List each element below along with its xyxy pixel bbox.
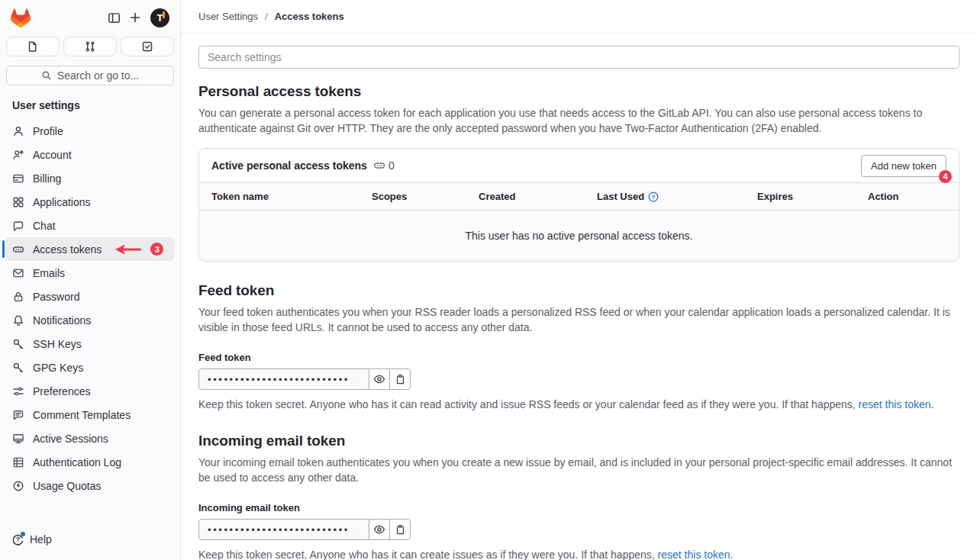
eye-icon bbox=[373, 523, 385, 536]
sidebar: T bbox=[0, 0, 181, 560]
breadcrumb: User Settings / Access tokens bbox=[181, 0, 977, 34]
merge-requests-shortcut-button[interactable] bbox=[63, 37, 117, 56]
reset-feed-token-link[interactable]: reset this token bbox=[859, 398, 931, 410]
sidebar-item-comment-templates[interactable]: Comment Templates bbox=[5, 403, 175, 426]
settings-search-input[interactable] bbox=[198, 46, 959, 69]
annotation-badge-3: 3 bbox=[150, 243, 163, 256]
gitlab-logo[interactable] bbox=[11, 8, 31, 27]
incoming-email-token-description: Your incoming email token authenticates … bbox=[198, 455, 959, 485]
column-token-name: Token name bbox=[211, 191, 372, 202]
incoming-email-token-label: Incoming email token bbox=[198, 502, 959, 513]
avatar-accent bbox=[163, 11, 165, 18]
sidebar-toggle-icon[interactable] bbox=[103, 7, 124, 28]
pat-count: 0 bbox=[373, 159, 395, 172]
chat-bubble-icon bbox=[12, 220, 24, 232]
column-last-used: Last Used ? bbox=[597, 191, 757, 202]
key-icon bbox=[12, 338, 24, 350]
sidebar-item-preferences[interactable]: Preferences bbox=[5, 379, 175, 403]
pat-card: Active personal access tokens 0 Add new … bbox=[198, 148, 959, 262]
copy-feed-token-button[interactable] bbox=[389, 369, 411, 390]
issues-shortcut-button[interactable] bbox=[6, 37, 60, 56]
sidebar-item-applications[interactable]: Applications bbox=[5, 190, 175, 214]
sidebar-item-label: Authentication Log bbox=[33, 456, 121, 468]
pat-description: You can generate a personal access token… bbox=[198, 105, 959, 136]
sidebar-item-label: SSH Keys bbox=[33, 338, 82, 350]
log-icon bbox=[12, 456, 24, 468]
sidebar-item-notifications[interactable]: Notifications bbox=[5, 308, 175, 332]
search-placeholder-text: Search or go to... bbox=[57, 69, 139, 82]
plus-icon[interactable] bbox=[124, 7, 146, 28]
pat-count-value: 0 bbox=[389, 159, 395, 172]
sidebar-item-authentication-log[interactable]: Authentication Log bbox=[5, 450, 175, 474]
breadcrumb-separator: / bbox=[258, 11, 275, 22]
content: Personal access tokens You can generate … bbox=[181, 34, 977, 560]
pat-table-header: Token name Scopes Created Last Used ? Ex… bbox=[199, 182, 959, 211]
column-scopes: Scopes bbox=[372, 191, 479, 202]
svg-text:?: ? bbox=[652, 193, 656, 200]
sidebar-section-title: User settings bbox=[0, 85, 180, 119]
avatar[interactable]: T bbox=[150, 8, 169, 27]
mail-icon bbox=[12, 267, 24, 279]
add-new-token-button[interactable]: Add new token bbox=[861, 155, 946, 177]
breadcrumb-access-tokens: Access tokens bbox=[275, 11, 344, 22]
sidebar-item-billing[interactable]: Billing bbox=[5, 166, 175, 190]
help-notification-dot bbox=[21, 532, 25, 536]
lock-icon bbox=[12, 291, 24, 303]
sidebar-item-label: Applications bbox=[33, 196, 91, 208]
reset-incoming-email-token-link[interactable]: reset this token bbox=[658, 549, 730, 560]
sidebar-item-access-tokens[interactable]: Access tokens 3 bbox=[5, 237, 175, 261]
feed-token-label: Feed token bbox=[198, 352, 959, 363]
incoming-email-token-heading: Incoming email token bbox=[198, 433, 959, 449]
sidebar-item-label: Password bbox=[33, 291, 79, 303]
sidebar-item-label: Usage Quotas bbox=[33, 480, 102, 492]
pat-card-header: Active personal access tokens 0 Add new … bbox=[199, 149, 959, 182]
sidebar-item-account[interactable]: Account bbox=[5, 143, 175, 166]
pat-empty-state: This user has no active personal access … bbox=[199, 211, 959, 261]
credit-card-icon bbox=[12, 172, 24, 185]
sidebar-nav: Profile Account Billing Applications Cha… bbox=[0, 119, 180, 523]
user-gear-icon bbox=[12, 149, 24, 161]
sidebar-item-ssh-keys[interactable]: SSH Keys bbox=[5, 332, 175, 356]
search-icon bbox=[41, 70, 52, 81]
annotation-arrow bbox=[114, 243, 142, 256]
incoming-email-token-masked-input[interactable]: •••••••••••••••••••••••••• bbox=[198, 519, 369, 540]
column-action: Action bbox=[868, 191, 946, 202]
sidebar-item-gpg-keys[interactable]: GPG Keys bbox=[5, 356, 175, 379]
apps-grid-icon bbox=[12, 196, 24, 208]
reveal-feed-token-button[interactable] bbox=[369, 369, 390, 390]
search-or-goto-box[interactable]: Search or go to... bbox=[6, 66, 174, 85]
copy-incoming-email-token-button[interactable] bbox=[389, 519, 411, 540]
sidebar-item-usage-quotas[interactable]: Usage Quotas bbox=[5, 474, 175, 497]
comment-lines-icon bbox=[12, 409, 24, 421]
main-area: User Settings / Access tokens Personal a… bbox=[181, 0, 977, 560]
sidebar-item-label: Active Sessions bbox=[33, 433, 108, 445]
sidebar-item-label: Profile bbox=[33, 125, 63, 137]
feed-token-masked-input[interactable]: •••••••••••••••••••••••••• bbox=[198, 369, 369, 390]
todo-shortcut-button[interactable] bbox=[121, 37, 174, 56]
sidebar-item-password[interactable]: Password bbox=[5, 285, 175, 308]
eye-icon bbox=[373, 373, 385, 385]
help-label: Help bbox=[30, 533, 52, 546]
user-icon bbox=[12, 125, 24, 137]
column-expires: Expires bbox=[757, 191, 868, 202]
question-circle-icon[interactable]: ? bbox=[648, 191, 659, 202]
feed-token-description: Your feed token authenticates you when y… bbox=[198, 304, 959, 335]
sliders-icon bbox=[12, 385, 24, 397]
sidebar-item-label: Billing bbox=[33, 172, 61, 185]
logo-row: T bbox=[6, 6, 174, 29]
sidebar-item-emails[interactable]: Emails bbox=[5, 261, 175, 285]
reveal-incoming-email-token-button[interactable] bbox=[369, 519, 390, 540]
breadcrumb-user-settings[interactable]: User Settings bbox=[198, 11, 258, 22]
svg-text:?: ? bbox=[16, 536, 21, 543]
sidebar-item-label: GPG Keys bbox=[33, 362, 83, 374]
feed-token-input-group: •••••••••••••••••••••••••• bbox=[198, 369, 411, 390]
sidebar-item-label: Account bbox=[33, 149, 72, 161]
sidebar-item-label: Emails bbox=[33, 267, 65, 279]
sidebar-item-profile[interactable]: Profile bbox=[5, 119, 175, 143]
help-menu[interactable]: ? Help bbox=[11, 528, 169, 551]
sidebar-item-active-sessions[interactable]: Active Sessions bbox=[5, 426, 175, 450]
column-created: Created bbox=[479, 191, 597, 202]
sidebar-item-label: Chat bbox=[33, 220, 56, 232]
sidebar-item-chat[interactable]: Chat bbox=[5, 214, 175, 237]
sidebar-item-label: Access tokens bbox=[33, 243, 102, 256]
